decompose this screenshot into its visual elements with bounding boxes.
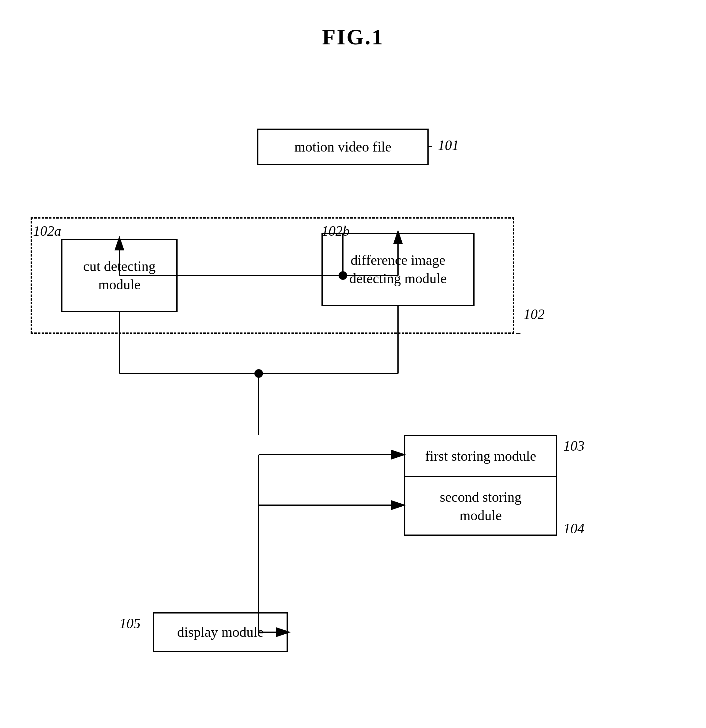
arrows-svg	[0, 67, 706, 728]
cut-detecting-label: cut detectingmodule	[83, 257, 156, 294]
display-label: display module	[177, 623, 264, 641]
motion-video-label: motion video file	[295, 138, 391, 156]
storing-outer-box: first storing module second storingmodul…	[404, 435, 557, 536]
first-storing-label: first storing module	[405, 436, 556, 476]
cut-detecting-box: cut detectingmodule	[61, 239, 178, 312]
second-storing-text: second storingmodule	[440, 488, 521, 525]
diagram-container: motion video file cut detectingmodule di…	[0, 67, 706, 728]
ref-102a: 102a	[33, 223, 61, 239]
ref-102b: 102b	[322, 223, 349, 239]
difference-image-label: difference imagedetecting module	[349, 251, 447, 288]
fig-title: FIG.1	[0, 0, 706, 50]
title-text: FIG.1	[322, 25, 384, 49]
ref-101: 101	[438, 137, 459, 153]
ref-102: 102	[524, 306, 545, 322]
ref-104: 104	[563, 520, 585, 537]
svg-point-11	[254, 369, 263, 378]
ref-105: 105	[120, 615, 140, 631]
display-module-box: display module	[153, 612, 288, 652]
second-storing-label: second storingmodule	[405, 476, 556, 537]
motion-video-box: motion video file	[257, 129, 429, 165]
difference-image-box: difference imagedetecting module	[322, 233, 475, 306]
ref-103: 103	[563, 438, 585, 454]
